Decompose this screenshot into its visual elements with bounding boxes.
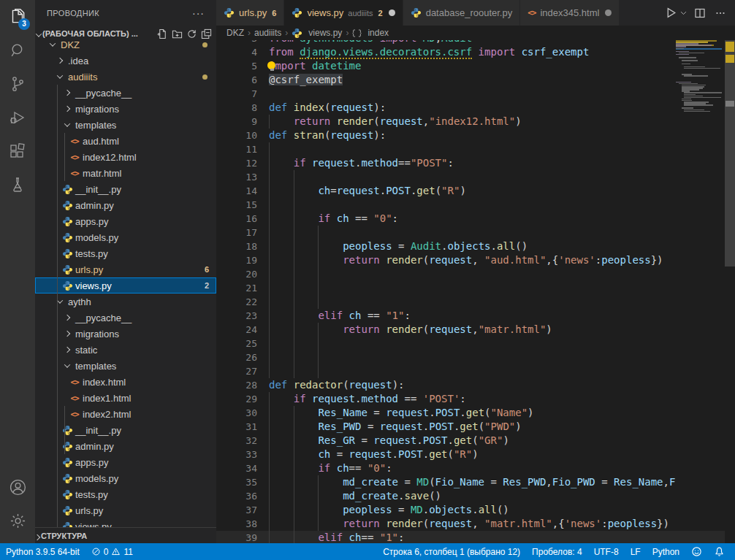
activitybar-settings-icon[interactable] bbox=[0, 504, 35, 537]
breadcrumb-index[interactable]: index bbox=[352, 28, 389, 38]
code-line-28[interactable]: 28def redactor(request): bbox=[216, 378, 725, 392]
lightbulb-icon[interactable] bbox=[267, 61, 276, 72]
code-line-26[interactable]: 26 bbox=[216, 350, 725, 364]
activitybar-testing-icon[interactable] bbox=[0, 168, 35, 202]
tree-item-admin-py[interactable]: admin.py bbox=[35, 197, 216, 213]
tab-index345-html[interactable]: <>index345.html bbox=[520, 0, 620, 26]
code-line-39[interactable]: 39 elif ch== "1": bbox=[216, 531, 725, 543]
tree-item-apps-py[interactable]: apps.py bbox=[35, 213, 216, 229]
code-line-35[interactable]: 35 md_create = MD(Fio_Name = Res_PWD,Fio… bbox=[216, 475, 725, 489]
breadcrumb-audiiits[interactable]: audiiits bbox=[254, 28, 281, 38]
code-line-36[interactable]: 36 md_create.save() bbox=[216, 489, 725, 503]
tree-item--idea[interactable]: .idea bbox=[35, 53, 216, 69]
tree-item-matr-html[interactable]: <>matr.html bbox=[35, 165, 216, 181]
tree-item-views-py[interactable]: views.py bbox=[35, 518, 216, 527]
code-line-10[interactable]: 10def stran(request): bbox=[216, 129, 725, 142]
tree-item-urls-py[interactable]: urls.py bbox=[35, 502, 216, 518]
statusbar-cursor-position[interactable]: Строка 6, столбец 1 (выбрано 12) bbox=[377, 543, 526, 560]
tree-item-tests-py[interactable]: tests.py bbox=[35, 245, 216, 261]
statusbar-language-mode[interactable]: Python bbox=[647, 543, 685, 560]
code-line-14[interactable]: 14 ch=request.POST.get("R") bbox=[216, 184, 725, 198]
code-line-37[interactable]: 37 peopless = MD.objects.all() bbox=[216, 503, 725, 517]
breadcrumb-dkz[interactable]: DKZ bbox=[226, 28, 244, 38]
code-line-8[interactable]: 8def index(request): bbox=[216, 101, 725, 115]
tree-item-index1-html[interactable]: <>index1.html bbox=[35, 390, 216, 406]
more-actions-icon[interactable] bbox=[712, 4, 729, 22]
breadcrumb-views-py[interactable]: views.py bbox=[292, 28, 342, 39]
tab-views-py[interactable]: views.pyaudiiits2 bbox=[284, 0, 403, 26]
code-line-24[interactable]: 24 return render(request,"matr.html") bbox=[216, 323, 725, 337]
code-line-20[interactable]: 20 bbox=[216, 267, 725, 281]
tree-item-views-py[interactable]: views.py2 bbox=[35, 277, 216, 294]
activitybar-extensions-icon[interactable] bbox=[0, 134, 35, 168]
tree-item-static[interactable]: static bbox=[35, 342, 216, 358]
code-line-13[interactable]: 13 bbox=[216, 170, 725, 184]
code-line-19[interactable]: 19 return render(request, "aud.html",{'n… bbox=[216, 253, 725, 267]
code-line-21[interactable]: 21 bbox=[216, 281, 725, 295]
tree-item-audiiits[interactable]: audiiits bbox=[35, 69, 216, 85]
tree-item-models-py[interactable]: models.py bbox=[35, 470, 216, 486]
activitybar-explorer-icon[interactable]: 3 bbox=[0, 0, 35, 34]
statusbar-eol[interactable]: LF bbox=[625, 543, 647, 560]
tree-item-urls-py[interactable]: urls.py6 bbox=[35, 261, 216, 277]
tree-item-templates[interactable]: templates bbox=[35, 117, 216, 133]
code-line-29[interactable]: 29 if request.method == 'POST': bbox=[216, 392, 725, 406]
tree-item-templates[interactable]: templates bbox=[35, 358, 216, 374]
tree-item-migrations[interactable]: migrations bbox=[35, 101, 216, 117]
tree-item--init-py[interactable]: __init__.py bbox=[35, 422, 216, 438]
code-line-23[interactable]: 23 elif ch == "1": bbox=[216, 309, 725, 323]
statusbar-encoding[interactable]: UTF-8 bbox=[588, 543, 625, 560]
activitybar-source-control-icon[interactable] bbox=[0, 67, 35, 101]
code-line-5[interactable]: 5import datetime bbox=[216, 59, 725, 73]
tab-urls-py[interactable]: urls.py6 bbox=[216, 0, 284, 26]
code-line-15[interactable]: 15 bbox=[216, 198, 725, 212]
statusbar-indentation[interactable]: Пробелов: 4 bbox=[526, 543, 588, 560]
run-icon[interactable] bbox=[662, 4, 679, 22]
tree-item-models-py[interactable]: models.py bbox=[35, 229, 216, 245]
minimap[interactable] bbox=[676, 40, 722, 543]
tree-item-index-html[interactable]: <>index.html bbox=[35, 374, 216, 390]
code-line-7[interactable]: 7 bbox=[216, 87, 725, 101]
code-line-27[interactable]: 27 bbox=[216, 364, 725, 378]
tree-item--init-py[interactable]: __init__.py bbox=[35, 181, 216, 197]
activitybar-run-debug-icon[interactable] bbox=[0, 101, 35, 134]
tree-item-migrations[interactable]: migrations bbox=[35, 326, 216, 342]
activitybar-account-icon[interactable] bbox=[0, 470, 35, 504]
tree-item--pycache-[interactable]: __pycache__ bbox=[35, 85, 216, 101]
activitybar-search-icon[interactable] bbox=[0, 34, 35, 67]
statusbar-feedback-icon[interactable] bbox=[685, 543, 708, 560]
tree-item-tests-py[interactable]: tests.py bbox=[35, 486, 216, 502]
tree-item-index12-html[interactable]: <>index12.html bbox=[35, 149, 216, 165]
code-line-18[interactable]: 18 peopless = Audit.objects.all() bbox=[216, 239, 725, 253]
tree-item-aud-html[interactable]: <>aud.html bbox=[35, 133, 216, 149]
overview-ruler[interactable] bbox=[725, 40, 735, 543]
tree-item-admin-py[interactable]: admin.py bbox=[35, 438, 216, 454]
tree-item-index2-html[interactable]: <>index2.html bbox=[35, 406, 216, 422]
code-line-9[interactable]: 9 return render(request,"index12.html") bbox=[216, 115, 725, 129]
tree-item-dkz[interactable]: DKZ bbox=[35, 37, 216, 53]
code-line-17[interactable]: 17 bbox=[216, 226, 725, 239]
code-line-4[interactable]: 4from django.views.decorators.csrf impor… bbox=[216, 45, 725, 59]
code-line-11[interactable]: 11 bbox=[216, 142, 725, 156]
run-dropdown-icon[interactable] bbox=[678, 4, 688, 22]
tree-item-aythh[interactable]: aythh bbox=[35, 294, 216, 310]
scrollbar-thumb[interactable] bbox=[725, 40, 735, 266]
unsaved-dot-icon[interactable] bbox=[605, 9, 612, 16]
split-editor-icon[interactable] bbox=[691, 4, 709, 22]
code-line-6[interactable]: 6@csrf_exempt bbox=[216, 73, 725, 87]
code-line-33[interactable]: 33 ch = request.POST.get("R") bbox=[216, 448, 725, 461]
code-line-16[interactable]: 16 if ch == "0": bbox=[216, 212, 725, 226]
code-editor[interactable]: 3from aythh.models import MD,Audit4from … bbox=[216, 40, 735, 543]
python-interpreter-item[interactable]: Python 3.9.5 64-bit bbox=[0, 543, 85, 560]
tab-database-roouter-py[interactable]: database_roouter.py bbox=[403, 0, 521, 26]
code-line-30[interactable]: 30 Res_Name = request.POST.get("Name") bbox=[216, 406, 725, 420]
outline-section-header[interactable]: СТРУКТУРА bbox=[35, 527, 216, 543]
statusbar-notifications-bell-icon[interactable] bbox=[708, 543, 731, 560]
sidebar-more-icon[interactable]: ··· bbox=[192, 7, 205, 19]
code-line-12[interactable]: 12 if request.method=="POST": bbox=[216, 156, 725, 170]
code-line-31[interactable]: 31 Res_PWD = request.POST.get("PWD") bbox=[216, 420, 725, 434]
code-line-3[interactable]: 3from aythh.models import MD,Audit bbox=[216, 40, 725, 45]
code-line-38[interactable]: 38 return render(request, "matr.html",{'… bbox=[216, 517, 725, 531]
code-line-25[interactable]: 25 bbox=[216, 337, 725, 350]
tree-item--pycache-[interactable]: __pycache__ bbox=[35, 310, 216, 326]
